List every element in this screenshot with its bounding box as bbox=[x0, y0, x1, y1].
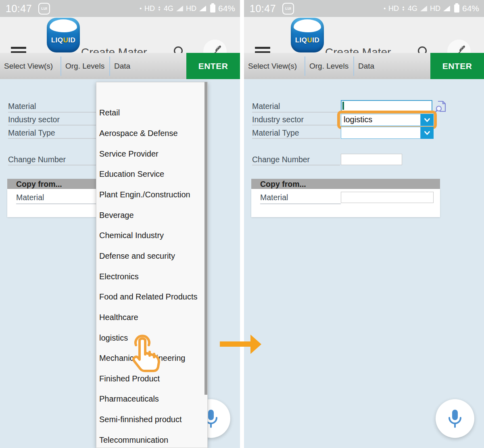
copy-from-section: Material bbox=[251, 189, 440, 217]
dropdown-item[interactable]: Healthcare bbox=[96, 307, 207, 328]
clock: 10:47 bbox=[250, 3, 276, 15]
screen-after: 10:47 LUI • HD ▲▼ 4G HD 64% LIQUID Creat… bbox=[244, 0, 484, 448]
copy-material-label: Material bbox=[16, 193, 44, 202]
tab-org-levels[interactable]: Org. Levels bbox=[65, 53, 104, 79]
next-step-arrow bbox=[220, 341, 251, 347]
liquid-logo: LIQUID bbox=[291, 18, 324, 52]
enter-button[interactable]: ENTER bbox=[186, 53, 240, 79]
material-lookup-button[interactable] bbox=[434, 100, 447, 115]
dropdown-item[interactable]: Electronics bbox=[96, 266, 207, 287]
dropdown-item[interactable]: Finished Product bbox=[96, 368, 207, 389]
dropdown-item[interactable] bbox=[96, 82, 207, 103]
tab-divider bbox=[60, 57, 61, 76]
liquid-logo-lid bbox=[50, 19, 77, 32]
material-label: Material bbox=[252, 102, 280, 111]
dropdown-item[interactable]: Mechanical Engineering bbox=[96, 348, 207, 368]
dropdown-item[interactable]: Beverage bbox=[96, 205, 207, 226]
tab-data[interactable]: Data bbox=[114, 53, 130, 79]
network-type-label: 4G bbox=[164, 4, 173, 13]
volte-label-2: HD bbox=[430, 4, 440, 13]
dropdown-item[interactable]: logistics bbox=[96, 328, 207, 348]
dropdown-item[interactable]: Retail bbox=[96, 103, 207, 124]
clock: 10:47 bbox=[6, 3, 32, 15]
material-type-label: Material Type bbox=[252, 128, 299, 138]
tab-divider bbox=[353, 57, 354, 76]
signal-icon bbox=[420, 6, 427, 11]
network-type-label: 4G bbox=[408, 4, 417, 13]
change-number-label: Change Number bbox=[8, 155, 66, 164]
status-icons: • HD ▲▼ 4G HD 64% bbox=[384, 4, 484, 13]
battery-percent: 64% bbox=[462, 4, 479, 13]
battery-percent: 64% bbox=[218, 4, 235, 13]
microphone-icon bbox=[446, 408, 464, 429]
toolbar: Select View(s) Org. Levels Data ENTER bbox=[244, 53, 484, 79]
lui-app-icon: LUI bbox=[38, 3, 50, 15]
dropdown-item[interactable]: Telecommunication bbox=[96, 430, 207, 448]
side-by-side-screenshots: 10:47 LUI • HD ▲▼ 4G HD 64% LIQUID Creat… bbox=[0, 0, 484, 448]
volte-label: HD bbox=[388, 4, 399, 13]
next-step-arrow-head bbox=[250, 335, 261, 354]
enter-button[interactable]: ENTER bbox=[430, 53, 484, 79]
dropdown-item[interactable]: Plant Engin./Construction bbox=[96, 184, 207, 205]
dropdown-scrollbar[interactable] bbox=[204, 82, 207, 395]
material-type-dropdown-button[interactable] bbox=[421, 127, 434, 139]
chevron-down-icon bbox=[423, 128, 432, 137]
data-updown-icon: ▲▼ bbox=[158, 6, 161, 11]
toolbar: Select View(s) Org. Levels Data ENTER bbox=[0, 53, 240, 79]
lui-app-icon: LUI bbox=[282, 3, 294, 15]
dropdown-item[interactable]: Education Service bbox=[96, 164, 207, 185]
tab-org-levels[interactable]: Org. Levels bbox=[309, 53, 348, 79]
microphone-button[interactable] bbox=[436, 399, 474, 438]
app-header: LIQUID Create Mater... bbox=[0, 17, 240, 53]
change-number-input[interactable] bbox=[341, 154, 402, 165]
industry-sector-label: Industry sector bbox=[8, 115, 60, 124]
status-bar: 10:47 LUI • HD ▲▼ 4G HD 64% bbox=[244, 0, 484, 17]
battery-icon bbox=[210, 4, 215, 13]
copy-material-input[interactable] bbox=[341, 192, 434, 203]
signal-icon-2 bbox=[443, 6, 450, 11]
change-number-label: Change Number bbox=[252, 155, 310, 164]
notification-dot-icon: • bbox=[140, 5, 142, 12]
screen-before: 10:47 LUI • HD ▲▼ 4G HD 64% LIQUID Creat… bbox=[0, 0, 240, 448]
dropdown-item[interactable]: Defense and security bbox=[96, 246, 207, 266]
industry-sector-value[interactable]: logistics bbox=[341, 114, 421, 126]
copy-from-header: Copy from... bbox=[251, 179, 440, 189]
material-input[interactable] bbox=[341, 100, 432, 111]
signal-icon-2 bbox=[199, 6, 206, 11]
dropdown-item[interactable]: Food and Related Products bbox=[96, 287, 207, 307]
signal-icon bbox=[176, 6, 183, 11]
dropdown-item[interactable]: Semi-finnished product bbox=[96, 409, 207, 430]
notification-dot-icon: • bbox=[384, 5, 386, 12]
dropdown-item[interactable]: Aerospace & Defense bbox=[96, 123, 207, 144]
app-header: LIQUID Create Mater... bbox=[244, 17, 484, 53]
volte-label: HD bbox=[144, 4, 155, 13]
battery-icon bbox=[454, 4, 459, 13]
material-type-combobox[interactable] bbox=[341, 127, 434, 139]
liquid-logo-lid bbox=[294, 19, 321, 32]
industry-sector-dropdown-button[interactable] bbox=[421, 114, 434, 126]
data-updown-icon: ▲▼ bbox=[402, 6, 405, 11]
industry-sector-label: Industry sector bbox=[252, 115, 304, 124]
dropdown-item[interactable]: Chemical Industry bbox=[96, 225, 207, 246]
liquid-logo: LIQUID bbox=[47, 18, 80, 52]
material-type-label: Material Type bbox=[8, 128, 55, 138]
chevron-down-icon bbox=[423, 115, 432, 124]
tab-divider bbox=[305, 57, 305, 76]
industry-sector-dropdown: RetailAerospace & DefenseService Provide… bbox=[96, 82, 208, 448]
copy-material-label: Material bbox=[260, 193, 288, 202]
text-cursor bbox=[342, 102, 344, 110]
tab-data[interactable]: Data bbox=[358, 53, 374, 79]
status-bar: 10:47 LUI • HD ▲▼ 4G HD 64% bbox=[0, 0, 240, 17]
document-search-icon bbox=[434, 100, 447, 113]
status-icons: • HD ▲▼ 4G HD 64% bbox=[140, 4, 240, 13]
dropdown-item[interactable]: Service Provider bbox=[96, 144, 207, 164]
tab-divider bbox=[109, 57, 110, 76]
material-type-value[interactable] bbox=[341, 127, 421, 139]
dropdown-item[interactable]: Pharmaceuticals bbox=[96, 389, 207, 410]
tab-select-views[interactable]: Select View(s) bbox=[4, 53, 53, 79]
tab-select-views[interactable]: Select View(s) bbox=[248, 53, 297, 79]
material-label: Material bbox=[8, 102, 36, 111]
volte-label-2: HD bbox=[186, 4, 196, 13]
industry-sector-combobox[interactable]: logistics bbox=[341, 114, 434, 126]
